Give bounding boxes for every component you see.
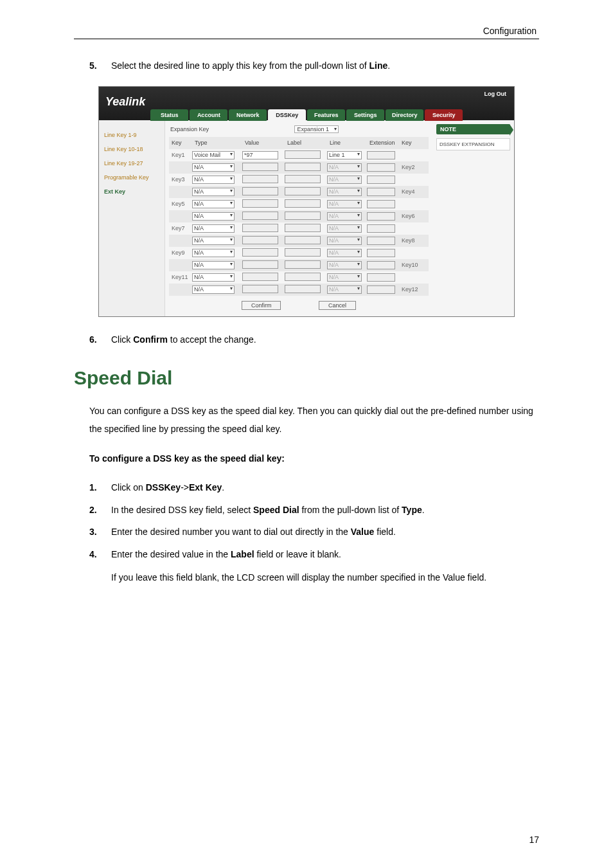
cancel-button[interactable]: Cancel xyxy=(319,301,356,310)
to-configure-heading: To configure a DSS key as the speed dial… xyxy=(74,449,539,467)
extension-input[interactable] xyxy=(367,224,395,233)
table-row: N/AN/AKey4 xyxy=(169,186,429,198)
extension-input[interactable] xyxy=(367,237,395,245)
line-select[interactable]: N/A xyxy=(327,285,362,294)
line-select[interactable]: N/A xyxy=(327,188,362,196)
value-input[interactable] xyxy=(242,199,278,208)
extension-input[interactable] xyxy=(367,200,395,208)
extension-input[interactable] xyxy=(367,188,395,196)
confirm-button[interactable]: Confirm xyxy=(242,301,281,310)
line-select[interactable]: N/A xyxy=(327,261,362,269)
logout-link[interactable]: Log Out xyxy=(484,91,507,97)
tab-features[interactable]: Features xyxy=(307,109,345,121)
type-select[interactable]: N/A xyxy=(192,188,235,196)
table-row: N/AN/AKey6 xyxy=(169,210,429,222)
value-input[interactable] xyxy=(242,248,278,257)
extension-input[interactable] xyxy=(367,273,395,282)
col-type: Type xyxy=(192,140,242,146)
bold-text: Ext Key xyxy=(189,482,222,493)
step-list: 1. Click on DSSKey->Ext Key. 2. In the d… xyxy=(74,479,539,586)
line-select[interactable]: N/A xyxy=(327,200,362,208)
side-nav: Line Key 1-9 Line Key 10-18 Line Key 19-… xyxy=(99,120,165,316)
label-input[interactable] xyxy=(285,236,321,244)
value-input[interactable] xyxy=(242,187,278,195)
center-panel: Expansion Key Expansion 1 Key Type Value… xyxy=(165,120,432,316)
sidenav-item[interactable]: Line Key 1-9 xyxy=(99,128,164,142)
type-select[interactable]: N/A xyxy=(192,212,235,221)
key-cell: Key5 xyxy=(169,201,192,207)
value-input[interactable] xyxy=(242,260,278,269)
header-rule xyxy=(74,39,539,39)
label-input[interactable] xyxy=(285,285,321,293)
tab-network[interactable]: Network xyxy=(229,109,267,121)
type-select[interactable]: N/A xyxy=(192,224,235,233)
expansion-select[interactable]: Expansion 1 xyxy=(294,125,339,133)
label-input[interactable] xyxy=(285,163,321,171)
table-row: N/AN/AKey8 xyxy=(169,235,429,247)
note-header: NOTE xyxy=(436,124,510,134)
value-input[interactable] xyxy=(242,212,278,220)
value-input[interactable]: *97 xyxy=(242,151,278,159)
type-select[interactable]: N/A xyxy=(192,237,235,245)
value-input[interactable] xyxy=(242,273,278,281)
type-select[interactable]: N/A xyxy=(192,273,235,282)
line-select[interactable]: N/A xyxy=(327,212,362,221)
tab-security[interactable]: Security xyxy=(425,109,463,121)
step-6: 6. Click Confirm to accept the change. xyxy=(74,331,539,348)
line-select[interactable]: N/A xyxy=(327,249,362,257)
extension-input[interactable] xyxy=(367,151,395,159)
label-input[interactable] xyxy=(285,212,321,220)
label-input[interactable] xyxy=(285,175,321,183)
tab-directory[interactable]: Directory xyxy=(386,109,423,121)
text: -> xyxy=(181,482,189,493)
value-input[interactable] xyxy=(242,224,278,232)
label-input[interactable] xyxy=(285,260,321,269)
step-text: Enter the desired value in the Label fie… xyxy=(109,546,341,563)
step-4-note: If you leave this field blank, the LCD s… xyxy=(74,568,539,586)
line-select[interactable]: Line 1 xyxy=(327,151,362,159)
label-input[interactable] xyxy=(285,273,321,281)
value-input[interactable] xyxy=(242,175,278,183)
sidenav-item-selected[interactable]: Ext Key xyxy=(99,185,164,199)
key-cell: Key3 xyxy=(169,176,192,183)
type-select[interactable]: N/A xyxy=(192,285,235,294)
label-input[interactable] xyxy=(285,224,321,232)
sidenav-item[interactable]: Line Key 10-18 xyxy=(99,142,164,156)
value-input[interactable] xyxy=(242,236,278,244)
value-input[interactable] xyxy=(242,163,278,171)
tab-dsskey[interactable]: DSSKey xyxy=(268,109,306,121)
extension-input[interactable] xyxy=(367,212,395,221)
extension-input[interactable] xyxy=(367,285,395,294)
step-number: 4. xyxy=(74,549,109,559)
sidenav-item[interactable]: Line Key 19-27 xyxy=(99,156,164,170)
label-input[interactable] xyxy=(285,199,321,208)
type-select[interactable]: Voice Mail xyxy=(192,151,235,159)
line-select[interactable]: N/A xyxy=(327,273,362,282)
value-input[interactable] xyxy=(242,285,278,293)
line-select[interactable]: N/A xyxy=(327,237,362,245)
label-input[interactable] xyxy=(285,150,321,159)
extension-input[interactable] xyxy=(367,176,395,184)
page-section: Configuration xyxy=(74,26,539,36)
extension-input[interactable] xyxy=(367,249,395,257)
text: Click xyxy=(111,334,133,345)
type-select[interactable]: N/A xyxy=(192,176,235,184)
type-select[interactable]: N/A xyxy=(192,163,235,172)
label-input[interactable] xyxy=(285,248,321,257)
tab-settings[interactable]: Settings xyxy=(346,109,384,121)
extension-input[interactable] xyxy=(367,163,395,172)
text: Enter the desired number you want to dia… xyxy=(111,527,351,537)
sidenav-item[interactable]: Programable Key xyxy=(99,170,164,185)
extension-input[interactable] xyxy=(367,261,395,269)
label-input[interactable] xyxy=(285,187,321,195)
line-select[interactable]: N/A xyxy=(327,176,362,184)
tab-status[interactable]: Status xyxy=(150,109,188,121)
line-select[interactable]: N/A xyxy=(327,224,362,233)
page-number: 17 xyxy=(529,835,539,845)
line-select[interactable]: N/A xyxy=(327,163,362,172)
type-select[interactable]: N/A xyxy=(192,261,235,269)
key-cell: Key11 xyxy=(169,274,192,280)
type-select[interactable]: N/A xyxy=(192,200,235,208)
tab-account[interactable]: Account xyxy=(190,109,227,121)
type-select[interactable]: N/A xyxy=(192,249,235,257)
